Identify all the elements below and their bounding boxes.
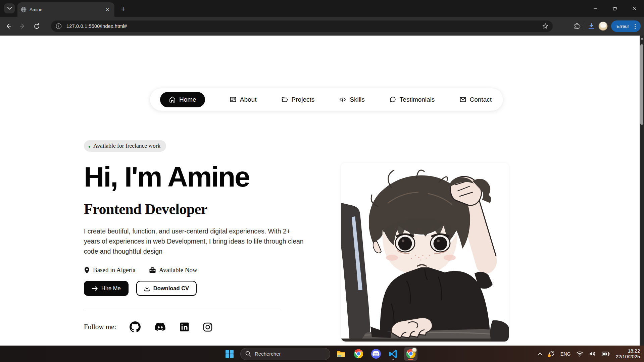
volume-icon[interactable] bbox=[589, 351, 596, 357]
close-icon bbox=[632, 6, 636, 10]
nav-item-home[interactable]: Home bbox=[160, 92, 205, 107]
browser-menu-label: Erreur bbox=[616, 24, 629, 29]
taskbar-search[interactable]: Rechercher bbox=[240, 348, 330, 360]
nav-label: Contact bbox=[470, 96, 492, 103]
minimize-icon bbox=[593, 6, 597, 10]
screen: Amine ✕ + 127.0.0.1:5500/index.html# bbox=[0, 0, 644, 362]
page-viewport: Home About Projects Skills Testimonials … bbox=[0, 36, 640, 346]
scrollbar-up-arrow-icon[interactable] bbox=[641, 37, 643, 40]
arrow-right-icon bbox=[92, 286, 98, 291]
restore-icon bbox=[613, 6, 617, 11]
download-cv-label: Download CV bbox=[153, 285, 189, 292]
tab-search-button[interactable] bbox=[4, 3, 15, 13]
id-card-icon bbox=[230, 96, 237, 103]
boy-at-laptop-illustration bbox=[341, 163, 509, 342]
nav-item-contact[interactable]: Contact bbox=[459, 96, 492, 103]
windows-logo-icon bbox=[225, 350, 234, 358]
availability-item: Available Now bbox=[149, 266, 197, 274]
update-alert-dot bbox=[548, 354, 551, 357]
profile-badge-avatar bbox=[412, 348, 417, 353]
file-explorer-button[interactable] bbox=[334, 347, 348, 361]
toolbar-right: Erreur bbox=[574, 17, 641, 36]
site-navbar: Home About Projects Skills Testimonials … bbox=[150, 88, 503, 111]
bookmark-star-icon[interactable] bbox=[542, 23, 549, 30]
toolbar-separator bbox=[584, 22, 584, 30]
follow-section: Follow me: bbox=[84, 321, 315, 332]
hero-section: Available for freelance work Hi, I'm Ami… bbox=[84, 140, 315, 332]
folder-icon bbox=[281, 96, 288, 103]
browser-titlebar: Amine ✕ + bbox=[0, 0, 644, 17]
hire-me-button[interactable]: Hire Me bbox=[84, 281, 129, 296]
globe-favicon-icon bbox=[21, 7, 27, 12]
hero-illustration bbox=[341, 163, 509, 342]
chrome-button[interactable] bbox=[352, 347, 365, 361]
hero-description: I create beutiful, function, and user-ce… bbox=[84, 226, 304, 256]
update-tray-button[interactable] bbox=[548, 351, 555, 357]
chevron-down-icon bbox=[7, 7, 12, 10]
maximize-button[interactable] bbox=[605, 0, 625, 17]
reload-button[interactable] bbox=[31, 20, 42, 32]
home-icon bbox=[169, 96, 176, 103]
profile-avatar[interactable] bbox=[598, 21, 608, 31]
url-text[interactable]: 127.0.0.1:5500/index.html# bbox=[66, 23, 542, 29]
chrome-active-indicator bbox=[408, 359, 413, 360]
discord-link[interactable] bbox=[155, 323, 166, 331]
back-button[interactable] bbox=[3, 20, 14, 32]
address-bar[interactable]: 127.0.0.1:5500/index.html# bbox=[51, 20, 553, 32]
briefcase-icon bbox=[149, 267, 156, 273]
browser-menu-button[interactable]: Erreur bbox=[611, 20, 641, 32]
discord-button[interactable] bbox=[369, 347, 383, 361]
taskbar-clock[interactable]: 18:22 22/10/2025 bbox=[615, 348, 640, 360]
hero-subtitle: Frontend Developer bbox=[84, 201, 315, 218]
social-links bbox=[130, 321, 212, 332]
linkedin-link[interactable] bbox=[180, 322, 189, 331]
forward-arrow-icon bbox=[19, 23, 26, 30]
availability-badge: Available for freelance work bbox=[84, 140, 166, 152]
nav-label: Testimonials bbox=[400, 96, 435, 103]
browser-tab[interactable]: Amine ✕ bbox=[17, 2, 114, 17]
taskbar: Rechercher bbox=[0, 346, 644, 362]
follow-label: Follow me: bbox=[84, 323, 116, 331]
battery-icon[interactable] bbox=[602, 352, 610, 356]
language-indicator[interactable]: ENG bbox=[560, 351, 571, 357]
extensions-icon[interactable] bbox=[574, 23, 581, 30]
discord-app-icon bbox=[371, 349, 381, 359]
nav-item-projects[interactable]: Projects bbox=[281, 96, 315, 103]
tab-close-button[interactable]: ✕ bbox=[104, 6, 111, 13]
nav-label: Skills bbox=[350, 96, 364, 103]
instagram-link[interactable] bbox=[203, 322, 212, 332]
vscode-button[interactable] bbox=[387, 347, 400, 361]
nav-item-testimonials[interactable]: Testimonials bbox=[389, 96, 435, 103]
linkedin-icon bbox=[180, 322, 189, 331]
new-tab-button[interactable]: + bbox=[118, 4, 128, 14]
nav-item-about[interactable]: About bbox=[230, 96, 257, 103]
hire-me-label: Hire Me bbox=[101, 285, 121, 292]
forward-button[interactable] bbox=[17, 20, 28, 32]
close-window-button[interactable] bbox=[625, 0, 644, 17]
hero-divider bbox=[84, 309, 280, 309]
github-link[interactable] bbox=[130, 321, 141, 332]
nav-item-skills[interactable]: Skills bbox=[339, 96, 364, 103]
chat-icon bbox=[389, 96, 396, 103]
page-scrollbar[interactable] bbox=[640, 36, 644, 346]
start-button[interactable] bbox=[223, 347, 236, 361]
download-cv-button[interactable]: Download CV bbox=[136, 281, 197, 296]
wifi-icon[interactable] bbox=[576, 351, 583, 357]
location-item: Based in Algeria bbox=[84, 266, 136, 274]
chrome-profile-button[interactable] bbox=[404, 347, 417, 361]
hidden-icons-chevron-icon[interactable] bbox=[538, 352, 543, 356]
taskbar-search-placeholder: Rechercher bbox=[255, 351, 281, 357]
system-tray: ENG 18:22 22/10/2025 bbox=[538, 346, 640, 362]
nav-label: Projects bbox=[292, 96, 315, 103]
location-pin-icon bbox=[84, 267, 90, 274]
kebab-menu-icon bbox=[633, 24, 638, 29]
site-info-icon[interactable] bbox=[56, 23, 62, 29]
location-text: Based in Algeria bbox=[93, 266, 136, 274]
code-icon bbox=[339, 96, 346, 103]
download-icon[interactable] bbox=[588, 22, 595, 30]
github-icon bbox=[130, 321, 141, 332]
minimize-button[interactable] bbox=[586, 0, 605, 17]
scrollbar-thumb[interactable] bbox=[640, 44, 643, 125]
browser-toolbar: 127.0.0.1:5500/index.html# Erreur bbox=[0, 17, 644, 36]
vscode-running-indicator bbox=[392, 359, 394, 360]
